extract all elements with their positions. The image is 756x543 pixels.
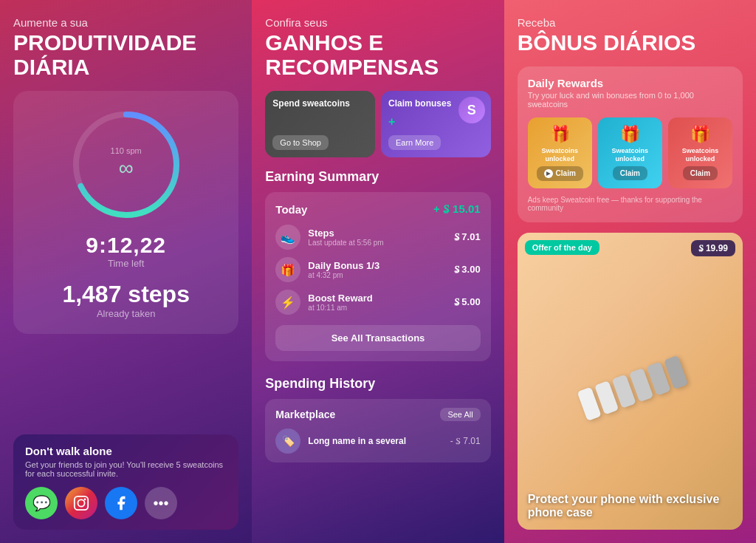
steps-name: Steps [308, 228, 446, 239]
claim-button-2[interactable]: Claim [613, 166, 647, 180]
daily-rewards-title: Daily Rewards [528, 77, 732, 89]
panel3-title: BÔNUS DIÁRIOS [518, 30, 743, 55]
earn-more-button[interactable]: Earn More [388, 135, 441, 150]
reward-box-2: 🎁 Sweatcoinsunlocked Claim [598, 117, 662, 188]
spending-item-icon: 🏷️ [275, 428, 300, 454]
social-invite-section: Don't walk alone Get your friends to joi… [13, 434, 238, 530]
claim-card-label: Claim bonuses [388, 98, 451, 109]
boost-name: Boost Reward [308, 293, 446, 304]
daily-bonus-time: at 4:32 pm [308, 271, 446, 279]
panel2-subtitle: Confira seus [265, 16, 490, 29]
steps-time: Last update at 5:56 pm [308, 239, 446, 247]
play-icon: ▶ [544, 169, 553, 178]
spending-history-section: Spending History Marketplace See All 🏷️ … [265, 376, 490, 462]
reward-label-3: Sweatcoinsunlocked [682, 147, 719, 163]
messages-button[interactable]: 💬 [25, 487, 58, 519]
reward-box-1: 🎁 Sweatcoinsunlocked ▶ Claim [528, 117, 592, 188]
panel-bonuses: Receba BÔNUS DIÁRIOS Daily Rewards Try y… [504, 0, 756, 543]
today-label: Today [275, 203, 307, 216]
today-row: Today + ₷ 15.01 [275, 202, 480, 216]
spending-item: 🏷️ Long name in a several - ₷ 7.01 [275, 428, 480, 454]
boost-amount: ₷ 5.00 [454, 296, 481, 308]
earning-summary-card: Today + ₷ 15.01 👟 Steps Last update at 5… [265, 192, 490, 361]
circle-content: 110 spm ∞ [111, 146, 142, 183]
transaction-boost: ⚡ Boost Reward at 10:11 am ₷ 5.00 [275, 290, 480, 315]
claim-bonuses-card[interactable]: Claim bonuses S + Earn More [381, 91, 491, 157]
transaction-steps: 👟 Steps Last update at 5:56 pm ₷ 7.01 [275, 225, 480, 250]
steps-count: 1,487 steps [62, 281, 190, 308]
reward-box-3: 🎁 Sweatcoinsunlocked Claim [668, 117, 732, 188]
steps-icon: 👟 [275, 225, 300, 250]
infinity-icon: ∞ [111, 157, 142, 180]
daily-bonus-icon: 🎁 [275, 257, 300, 282]
daily-rewards-description: Try your luck and win bonuses from 0 to … [528, 91, 732, 109]
gift-icon-2: 🎁 [620, 125, 640, 144]
more-button[interactable]: ••• [145, 487, 177, 519]
facebook-button[interactable] [105, 487, 137, 519]
social-description: Get your friends to join you! You'll rec… [25, 460, 227, 478]
svg-point-4 [84, 499, 86, 501]
reward-label-2: Sweatcoinsunlocked [612, 147, 649, 163]
instagram-button[interactable] [65, 487, 97, 519]
reward-boxes-row: 🎁 Sweatcoinsunlocked ▶ Claim 🎁 Sweatcoin… [528, 117, 732, 188]
transaction-daily-bonus: 🎁 Daily Bonus 1/3 at 4:32 pm ₷ 3.00 [275, 257, 480, 282]
plus-icon: + [388, 115, 395, 129]
shop-card-label: Spend sweatcoins [272, 98, 368, 109]
daily-rewards-card: Daily Rewards Try your luck and win bonu… [518, 66, 743, 222]
offer-image [518, 233, 743, 530]
daily-rewards-footnote: Ads keep Sweatcoin free — thanks for sup… [528, 196, 732, 212]
marketplace-label: Marketplace [275, 409, 335, 420]
spending-history-title: Spending History [265, 376, 490, 392]
gift-icon-3: 🎁 [690, 125, 710, 144]
social-buttons-row: 💬 ••• [25, 487, 227, 519]
reward-label-1: Sweatcoinsunlocked [541, 147, 578, 163]
steps-amount: ₷ 7.01 [454, 231, 481, 243]
panel-earnings: Confira seus GANHOS ERECOMPENSAS Spend s… [252, 0, 504, 543]
activity-tracker-card: 110 spm ∞ 9:12,22 Time left 1,487 steps … [13, 91, 238, 334]
spending-item-amount: - ₷ 7.01 [450, 436, 481, 446]
panel1-title: PRODUTIVIDADEDIÁRIA [13, 30, 238, 79]
svg-point-3 [78, 499, 84, 506]
svg-rect-2 [75, 496, 88, 510]
daily-bonus-name: Daily Bonus 1/3 [308, 260, 446, 271]
spending-item-name: Long name in a several [308, 436, 442, 446]
panel2-title: GANHOS ERECOMPENSAS [265, 30, 490, 79]
steps-sublabel: Already taken [62, 308, 190, 319]
sweatcoin-logo-icon: S [458, 97, 485, 123]
earn-cards-row: Spend sweatcoins Go to Shop Claim bonuse… [265, 91, 490, 157]
circular-progress: 110 spm ∞ [67, 106, 185, 224]
claim-button-1[interactable]: ▶ Claim [537, 166, 583, 181]
panel1-subtitle: Aumente a sua [13, 16, 238, 29]
boost-time: at 10:11 am [308, 304, 446, 312]
offer-badge: Offer of the day [525, 240, 599, 255]
offer-price: ₷ 19.99 [691, 240, 735, 256]
earning-summary-title: Earning Summary [265, 169, 490, 185]
offer-of-the-day-card[interactable]: Offer of the day ₷ 19.99 Protect your ph… [518, 233, 743, 530]
marketplace-header: Marketplace See All [275, 408, 480, 421]
see-all-marketplace-button[interactable]: See All [440, 408, 480, 421]
see-all-transactions-button[interactable]: See All Transactions [275, 325, 480, 351]
time-label: Time left [108, 258, 144, 269]
spending-card: Marketplace See All 🏷️ Long name in a se… [265, 399, 490, 462]
spm-label: 110 spm [111, 146, 142, 155]
boost-icon: ⚡ [275, 290, 300, 315]
gift-icon-1: 🎁 [550, 125, 570, 144]
time-display: 9:12,22 [86, 233, 166, 258]
offer-description-overlay: Protect your phone with exclusive phone … [528, 493, 732, 519]
panel3-subtitle: Receba [518, 16, 743, 29]
claim-button-3[interactable]: Claim [683, 166, 718, 180]
daily-bonus-amount: ₷ 3.00 [454, 264, 481, 276]
go-to-shop-button[interactable]: Go to Shop [272, 135, 329, 150]
social-title: Don't walk alone [25, 445, 227, 457]
offer-description: Protect your phone with exclusive phone … [528, 493, 732, 519]
panel-productivity: Aumente a sua PRODUTIVIDADEDIÁRIA 110 sp… [0, 0, 252, 543]
today-amount: + ₷ 15.01 [433, 202, 481, 216]
spend-sweatcoins-card[interactable]: Spend sweatcoins Go to Shop [265, 91, 375, 157]
